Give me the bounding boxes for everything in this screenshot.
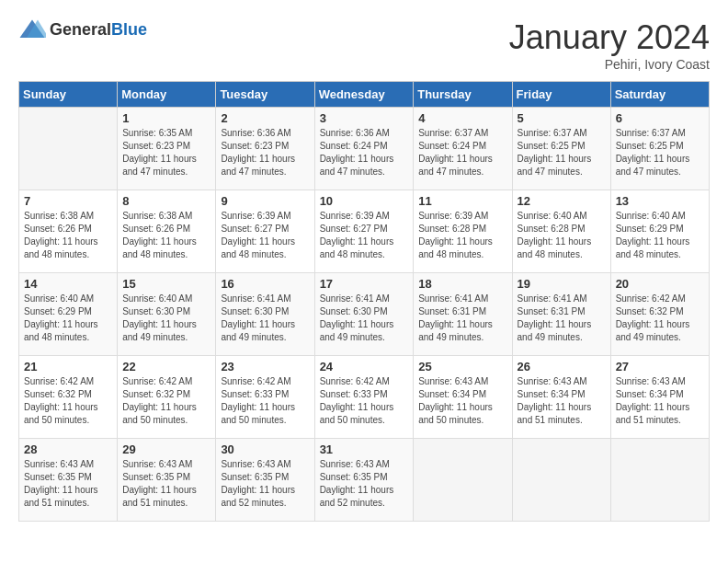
calendar-cell: 7Sunrise: 6:38 AMSunset: 6:26 PMDaylight… bbox=[19, 190, 118, 273]
calendar-week-row: 7Sunrise: 6:38 AMSunset: 6:26 PMDaylight… bbox=[19, 190, 710, 273]
calendar-cell: 11Sunrise: 6:39 AMSunset: 6:28 PMDayligh… bbox=[414, 190, 512, 273]
day-number: 22 bbox=[122, 360, 210, 373]
day-number: 3 bbox=[320, 111, 409, 125]
page-title: January 2024 bbox=[509, 18, 710, 57]
day-info: Sunrise: 6:43 AMSunset: 6:34 PMDaylight:… bbox=[616, 375, 704, 427]
day-number: 29 bbox=[122, 442, 210, 456]
day-number: 2 bbox=[221, 111, 309, 125]
calendar-cell bbox=[19, 108, 118, 190]
day-info: Sunrise: 6:43 AMSunset: 6:35 PMDaylight:… bbox=[24, 458, 112, 510]
day-info: Sunrise: 6:39 AMSunset: 6:27 PMDaylight:… bbox=[221, 210, 309, 261]
calendar-cell bbox=[414, 439, 512, 522]
day-number: 30 bbox=[221, 442, 309, 456]
calendar-cell: 3Sunrise: 6:36 AMSunset: 6:24 PMDaylight… bbox=[314, 108, 414, 190]
day-number: 7 bbox=[24, 194, 112, 208]
day-number: 21 bbox=[24, 360, 112, 373]
weekday-header-thursday: Thursday bbox=[414, 82, 512, 108]
calendar-cell: 21Sunrise: 6:42 AMSunset: 6:32 PMDayligh… bbox=[19, 356, 118, 439]
day-info: Sunrise: 6:39 AMSunset: 6:28 PMDaylight:… bbox=[418, 210, 506, 261]
day-info: Sunrise: 6:43 AMSunset: 6:34 PMDaylight:… bbox=[518, 375, 606, 427]
calendar-cell: 2Sunrise: 6:36 AMSunset: 6:23 PMDaylight… bbox=[216, 108, 314, 190]
calendar-week-row: 14Sunrise: 6:40 AMSunset: 6:29 PMDayligh… bbox=[19, 273, 710, 356]
day-number: 16 bbox=[221, 277, 309, 291]
day-info: Sunrise: 6:40 AMSunset: 6:29 PMDaylight:… bbox=[616, 210, 704, 261]
day-info: Sunrise: 6:40 AMSunset: 6:28 PMDaylight:… bbox=[518, 210, 606, 261]
day-number: 1 bbox=[122, 111, 210, 125]
calendar-cell: 19Sunrise: 6:41 AMSunset: 6:31 PMDayligh… bbox=[512, 273, 610, 356]
calendar-week-row: 21Sunrise: 6:42 AMSunset: 6:32 PMDayligh… bbox=[19, 356, 710, 439]
day-info: Sunrise: 6:43 AMSunset: 6:35 PMDaylight:… bbox=[221, 458, 309, 510]
calendar-week-row: 28Sunrise: 6:43 AMSunset: 6:35 PMDayligh… bbox=[19, 439, 710, 522]
day-number: 19 bbox=[518, 277, 606, 291]
day-number: 9 bbox=[221, 194, 309, 208]
calendar-cell: 27Sunrise: 6:43 AMSunset: 6:34 PMDayligh… bbox=[610, 356, 709, 439]
day-number: 23 bbox=[221, 360, 309, 373]
day-number: 28 bbox=[24, 442, 112, 456]
day-info: Sunrise: 6:36 AMSunset: 6:23 PMDaylight:… bbox=[221, 127, 309, 178]
logo: GeneralBlue bbox=[18, 18, 147, 40]
weekday-header-saturday: Saturday bbox=[610, 82, 709, 108]
weekday-header-friday: Friday bbox=[512, 82, 610, 108]
calendar-cell: 26Sunrise: 6:43 AMSunset: 6:34 PMDayligh… bbox=[512, 356, 610, 439]
day-info: Sunrise: 6:39 AMSunset: 6:27 PMDaylight:… bbox=[320, 210, 409, 261]
day-number: 27 bbox=[616, 360, 704, 373]
calendar-week-row: 1Sunrise: 6:35 AMSunset: 6:23 PMDaylight… bbox=[19, 108, 710, 190]
day-info: Sunrise: 6:40 AMSunset: 6:29 PMDaylight:… bbox=[24, 293, 112, 344]
calendar-cell: 31Sunrise: 6:43 AMSunset: 6:35 PMDayligh… bbox=[314, 439, 414, 522]
calendar-cell: 24Sunrise: 6:42 AMSunset: 6:33 PMDayligh… bbox=[314, 356, 414, 439]
calendar-cell bbox=[512, 439, 610, 522]
weekday-header-row: SundayMondayTuesdayWednesdayThursdayFrid… bbox=[19, 82, 710, 108]
weekday-header-monday: Monday bbox=[118, 82, 216, 108]
day-info: Sunrise: 6:40 AMSunset: 6:30 PMDaylight:… bbox=[122, 293, 210, 344]
calendar-cell bbox=[610, 439, 709, 522]
day-number: 26 bbox=[518, 360, 606, 373]
calendar-table: SundayMondayTuesdayWednesdayThursdayFrid… bbox=[18, 81, 710, 522]
day-info: Sunrise: 6:42 AMSunset: 6:32 PMDaylight:… bbox=[24, 375, 112, 427]
calendar-cell: 16Sunrise: 6:41 AMSunset: 6:30 PMDayligh… bbox=[216, 273, 314, 356]
calendar-cell: 8Sunrise: 6:38 AMSunset: 6:26 PMDaylight… bbox=[118, 190, 216, 273]
calendar-cell: 30Sunrise: 6:43 AMSunset: 6:35 PMDayligh… bbox=[216, 439, 314, 522]
calendar-cell: 10Sunrise: 6:39 AMSunset: 6:27 PMDayligh… bbox=[314, 190, 414, 273]
calendar-cell: 4Sunrise: 6:37 AMSunset: 6:24 PMDaylight… bbox=[414, 108, 512, 190]
day-info: Sunrise: 6:42 AMSunset: 6:32 PMDaylight:… bbox=[616, 293, 704, 344]
day-number: 5 bbox=[518, 111, 606, 125]
day-info: Sunrise: 6:41 AMSunset: 6:30 PMDaylight:… bbox=[320, 293, 409, 344]
weekday-header-wednesday: Wednesday bbox=[314, 82, 414, 108]
calendar-cell: 12Sunrise: 6:40 AMSunset: 6:28 PMDayligh… bbox=[512, 190, 610, 273]
day-info: Sunrise: 6:36 AMSunset: 6:24 PMDaylight:… bbox=[320, 127, 409, 178]
day-number: 24 bbox=[320, 360, 409, 373]
day-info: Sunrise: 6:41 AMSunset: 6:31 PMDaylight:… bbox=[518, 293, 606, 344]
day-info: Sunrise: 6:41 AMSunset: 6:31 PMDaylight:… bbox=[418, 293, 506, 344]
day-number: 12 bbox=[518, 194, 606, 208]
calendar-cell: 25Sunrise: 6:43 AMSunset: 6:34 PMDayligh… bbox=[414, 356, 512, 439]
logo-icon bbox=[18, 18, 46, 40]
day-number: 25 bbox=[418, 360, 506, 373]
calendar-cell: 23Sunrise: 6:42 AMSunset: 6:33 PMDayligh… bbox=[216, 356, 314, 439]
calendar-cell: 15Sunrise: 6:40 AMSunset: 6:30 PMDayligh… bbox=[118, 273, 216, 356]
day-number: 13 bbox=[616, 194, 704, 208]
calendar-cell: 9Sunrise: 6:39 AMSunset: 6:27 PMDaylight… bbox=[216, 190, 314, 273]
calendar-cell: 13Sunrise: 6:40 AMSunset: 6:29 PMDayligh… bbox=[610, 190, 709, 273]
logo-blue-text: Blue bbox=[111, 20, 147, 39]
day-info: Sunrise: 6:37 AMSunset: 6:24 PMDaylight:… bbox=[418, 127, 506, 178]
day-number: 14 bbox=[24, 277, 112, 291]
calendar-cell: 5Sunrise: 6:37 AMSunset: 6:25 PMDaylight… bbox=[512, 108, 610, 190]
day-number: 8 bbox=[122, 194, 210, 208]
day-info: Sunrise: 6:43 AMSunset: 6:35 PMDaylight:… bbox=[320, 458, 409, 510]
title-block: January 2024 Pehiri, Ivory Coast bbox=[509, 18, 710, 72]
day-info: Sunrise: 6:38 AMSunset: 6:26 PMDaylight:… bbox=[24, 210, 112, 261]
day-number: 31 bbox=[320, 442, 409, 456]
day-info: Sunrise: 6:38 AMSunset: 6:26 PMDaylight:… bbox=[122, 210, 210, 261]
calendar-cell: 20Sunrise: 6:42 AMSunset: 6:32 PMDayligh… bbox=[610, 273, 709, 356]
day-number: 20 bbox=[616, 277, 704, 291]
logo-general-text: General bbox=[50, 20, 111, 39]
day-number: 15 bbox=[122, 277, 210, 291]
day-info: Sunrise: 6:43 AMSunset: 6:35 PMDaylight:… bbox=[122, 458, 210, 510]
day-info: Sunrise: 6:37 AMSunset: 6:25 PMDaylight:… bbox=[518, 127, 606, 178]
day-number: 6 bbox=[616, 111, 704, 125]
calendar-cell: 17Sunrise: 6:41 AMSunset: 6:30 PMDayligh… bbox=[314, 273, 414, 356]
calendar-cell: 1Sunrise: 6:35 AMSunset: 6:23 PMDaylight… bbox=[118, 108, 216, 190]
day-info: Sunrise: 6:43 AMSunset: 6:34 PMDaylight:… bbox=[418, 375, 506, 427]
calendar-cell: 18Sunrise: 6:41 AMSunset: 6:31 PMDayligh… bbox=[414, 273, 512, 356]
day-info: Sunrise: 6:41 AMSunset: 6:30 PMDaylight:… bbox=[221, 293, 309, 344]
